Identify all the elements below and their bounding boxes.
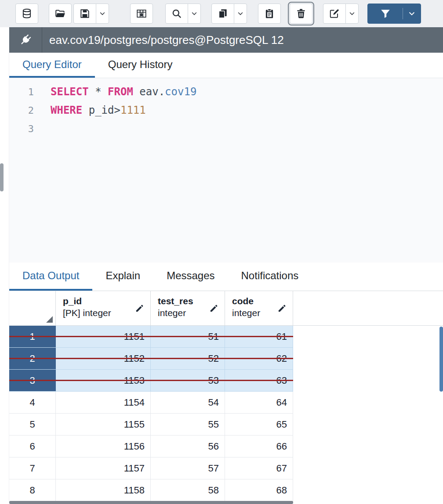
table-row[interactable]: 2 1152 52 62 (9, 348, 293, 370)
data-cell[interactable]: 55 (151, 414, 225, 435)
column-type: integer (232, 308, 273, 318)
output-tab-bar: Data Output Explain Messages Notificatio… (9, 263, 443, 291)
save-file-dropdown-button[interactable] (96, 4, 109, 24)
folder-open-icon (54, 8, 66, 19)
connection-label: eav.cov19/postgres/postgres@PostgreSQL 1… (49, 33, 284, 47)
deleted-strike-line (9, 336, 293, 337)
connection-status-button[interactable] (9, 27, 42, 53)
data-cell[interactable]: 1157 (56, 457, 151, 479)
pencil-icon[interactable] (277, 303, 287, 313)
grid-rows: 1 1151 51 61 2 1152 52 62 3 1153 53 63 4… (9, 326, 443, 501)
data-cell[interactable]: 68 (225, 479, 293, 501)
row-number-cell[interactable]: 8 (9, 479, 56, 501)
data-cell[interactable]: 54 (151, 392, 225, 413)
column-header-code[interactable]: code integer (225, 291, 293, 325)
grid-horizontal-scrollbar-thumb[interactable] (9, 501, 293, 504)
table-row[interactable]: 5 1155 55 65 (9, 414, 293, 436)
connection-bar: eav.cov19/postgres/postgres@PostgreSQL 1… (9, 27, 443, 53)
tab-messages[interactable]: Messages (153, 263, 228, 291)
pencil-icon[interactable] (209, 303, 219, 313)
sql-editor-lines: 1 SELECT * FROM eav.cov19 2 WHERE p_id>1… (9, 83, 443, 138)
grid-header: p_id [PK] integer test_res integer (9, 291, 443, 326)
deleted-strike-line (9, 380, 293, 381)
data-cell[interactable]: 1156 (56, 436, 151, 457)
data-cell[interactable]: 64 (225, 392, 293, 413)
table-row[interactable]: 4 1154 54 64 (9, 392, 293, 414)
copy-dropdown-button[interactable] (234, 4, 247, 24)
row-number-cell[interactable]: 7 (9, 457, 56, 479)
tab-notifications[interactable]: Notifications (228, 263, 312, 291)
data-cell[interactable]: 1158 (56, 479, 151, 501)
column-name: p_id (63, 296, 131, 306)
table-row[interactable]: 7 1157 57 67 (9, 457, 293, 479)
plug-icon (16, 31, 35, 49)
database-icon (21, 8, 33, 19)
code-text: SELECT * FROM eav.cov19 (51, 86, 196, 98)
chevron-down-icon (237, 10, 244, 17)
table-row[interactable]: 6 1156 56 66 (9, 436, 293, 457)
delete-rows-button[interactable] (290, 4, 312, 24)
data-grid: p_id [PK] integer test_res integer (9, 291, 443, 504)
data-cell[interactable]: 67 (225, 457, 293, 479)
code-line[interactable]: 1 SELECT * FROM eav.cov19 (9, 83, 443, 101)
select-all-triangle-icon (46, 316, 53, 323)
sql-editor[interactable]: 1 SELECT * FROM eav.cov19 2 WHERE p_id>1… (9, 78, 443, 263)
data-cell[interactable]: 57 (151, 457, 225, 479)
tab-data-output[interactable]: Data Output (9, 263, 92, 291)
column-header-p-id[interactable]: p_id [PK] integer (56, 291, 151, 325)
code-line[interactable]: 3 (9, 119, 443, 138)
filter-dropdown-button[interactable] (403, 10, 421, 18)
table-download-icon (136, 8, 147, 19)
grid-vertical-scrollbar-thumb[interactable] (439, 327, 443, 392)
save-file-button[interactable] (73, 4, 96, 24)
column-name: test_res (158, 296, 205, 306)
table-row[interactable]: 8 1158 58 68 (9, 479, 293, 501)
data-cell[interactable]: 65 (225, 414, 293, 435)
copy-button[interactable] (211, 4, 234, 24)
data-cell[interactable]: 58 (151, 479, 225, 501)
line-number: 2 (9, 105, 34, 116)
save-file-split-button (73, 4, 109, 24)
left-scrollbar-thumb[interactable] (0, 163, 4, 191)
pencil-icon[interactable] (135, 303, 145, 313)
editor-tab-bar: Query Editor Query History (9, 53, 443, 78)
download-csv-button[interactable] (130, 4, 153, 24)
table-row[interactable]: 1 1151 51 61 (9, 326, 293, 348)
find-button[interactable] (165, 4, 188, 24)
column-type: integer (158, 308, 205, 318)
edit-button[interactable] (323, 4, 346, 24)
open-file-button[interactable] (49, 4, 72, 24)
header-filler (293, 291, 443, 325)
data-cell[interactable]: 56 (151, 436, 225, 457)
line-number: 1 (9, 86, 34, 97)
save-icon (79, 8, 91, 19)
tab-explain[interactable]: Explain (92, 263, 153, 291)
edit-split-button (323, 4, 359, 24)
select-all-cell[interactable] (9, 291, 56, 325)
column-name: code (232, 296, 273, 306)
data-cell[interactable]: 1154 (56, 392, 151, 413)
divider (42, 27, 42, 53)
code-line[interactable]: 2 WHERE p_id>1111 (9, 101, 443, 119)
column-header-test-res[interactable]: test_res integer (151, 291, 225, 325)
row-number-cell[interactable]: 6 (9, 436, 56, 457)
edit-icon (329, 8, 340, 19)
tab-query-history[interactable]: Query History (95, 53, 186, 78)
column-type: [PK] integer (63, 308, 131, 318)
row-number-cell[interactable]: 4 (9, 392, 56, 413)
edit-dropdown-button[interactable] (345, 4, 359, 24)
deleted-strike-line (9, 358, 293, 359)
chevron-down-icon (99, 10, 106, 17)
paste-button[interactable] (258, 4, 281, 24)
data-cell[interactable]: 1155 (56, 414, 151, 435)
row-number-cell[interactable]: 5 (9, 414, 56, 435)
find-split-button (165, 4, 201, 24)
table-row[interactable]: 3 1153 53 63 (9, 370, 293, 392)
find-dropdown-button[interactable] (188, 4, 201, 24)
copy-split-button (211, 4, 247, 24)
filter-button[interactable] (367, 4, 421, 24)
tab-query-editor[interactable]: Query Editor (9, 53, 95, 78)
data-cell[interactable]: 66 (225, 436, 293, 457)
save-data-changes-button[interactable] (15, 4, 38, 24)
copy-icon (217, 8, 229, 19)
